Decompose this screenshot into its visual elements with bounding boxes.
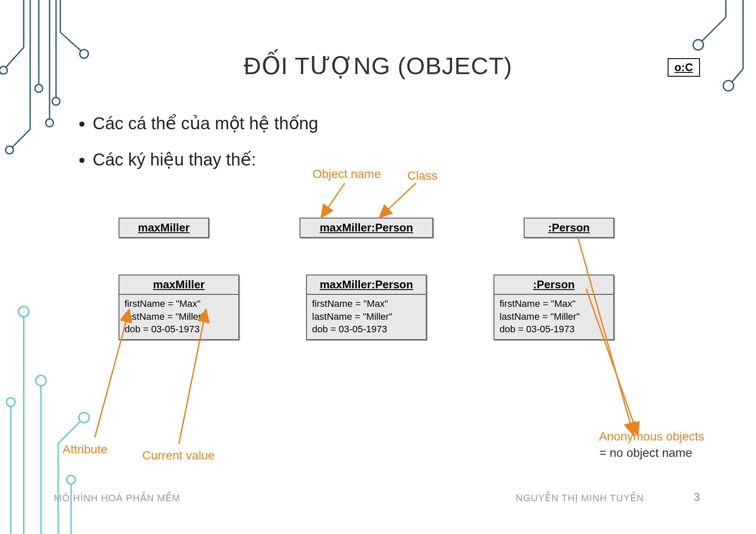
bullet-list: Các cá thể của một hệ thống Các ký hiệu …: [80, 112, 318, 184]
label-current-value: Current value: [142, 449, 215, 462]
bullet-item: Các ký hiệu thay thế:: [93, 148, 318, 171]
svg-point-27: [79, 412, 89, 423]
label-object-name: Object name: [312, 167, 381, 181]
svg-point-12: [52, 97, 60, 105]
slide-title: ĐỐI TƯỢNG (OBJECT): [0, 52, 756, 80]
svg-point-22: [19, 306, 29, 317]
svg-line-33: [379, 183, 416, 218]
footer-left: MÔ HÌNH HOÁ PHẦN MỀM: [54, 493, 180, 504]
uml-object-box: maxMiller firstName = "Max" lastName = "…: [119, 275, 239, 340]
uml-object-name: :Person: [494, 275, 613, 294]
svg-point-24: [36, 375, 46, 386]
uml-object-name: maxMiller:Person: [307, 275, 426, 294]
svg-line-16: [700, 17, 726, 43]
svg-line-3: [60, 32, 82, 52]
svg-line-9: [11, 129, 30, 149]
bullet-item: Các cá thể của một hệ thống: [93, 112, 318, 134]
uml-attr: lastName = "Miller": [312, 310, 421, 323]
uml-object-name: :Person: [525, 219, 613, 237]
svg-line-32: [321, 183, 345, 218]
diagram-row-1: maxMiller maxMiller:Person :Person: [119, 218, 614, 238]
svg-line-26: [58, 420, 82, 443]
svg-point-17: [693, 40, 703, 50]
uml-attr: firstName = "Max": [312, 297, 421, 310]
svg-point-31: [6, 398, 15, 406]
uml-attr: firstName = "Max": [500, 297, 608, 310]
diagram-row-2: maxMiller firstName = "Max" lastName = "…: [119, 275, 614, 340]
notation-box: o:C: [668, 58, 700, 77]
uml-object-name: maxMiller: [119, 219, 208, 237]
svg-point-20: [723, 81, 734, 91]
uml-attr: lastName = "Miller": [125, 310, 233, 323]
uml-attr: lastName = "Miller": [500, 310, 608, 323]
page-number: 3: [694, 490, 700, 504]
label-anonymous-note: = no object name: [599, 446, 692, 460]
uml-attr: dob = 03-05-1973: [312, 323, 421, 336]
svg-point-13: [35, 84, 43, 92]
svg-point-14: [46, 119, 53, 127]
uml-diagram: maxMiller maxMiller:Person :Person maxMi…: [119, 218, 614, 340]
uml-object-box: :Person firstName = "Max" lastName = "Mi…: [494, 275, 614, 340]
footer-author: NGUYỄN THỊ MINH TUYỀN: [516, 493, 644, 504]
svg-point-29: [67, 475, 75, 484]
svg-point-10: [6, 146, 13, 154]
uml-object-name: maxMiller: [119, 275, 238, 294]
uml-attr: dob = 03-05-1973: [125, 323, 233, 336]
uml-attr: firstName = "Max": [125, 297, 233, 310]
uml-object-box: :Person: [524, 218, 614, 238]
uml-object-attrs: firstName = "Max" lastName = "Miller" do…: [494, 294, 613, 339]
label-anonymous-objects: Anonymous objects: [599, 430, 704, 443]
uml-object-attrs: firstName = "Max" lastName = "Miller" do…: [119, 294, 238, 339]
uml-object-attrs: firstName = "Max" lastName = "Miller" do…: [307, 294, 426, 339]
label-attribute: Attribute: [62, 443, 107, 456]
uml-object-box: maxMiller:Person: [300, 218, 433, 238]
uml-attr: dob = 03-05-1973: [500, 323, 608, 336]
uml-object-name: maxMiller:Person: [300, 219, 432, 237]
label-class: Class: [407, 169, 437, 183]
uml-object-box: maxMiller: [119, 218, 209, 238]
uml-object-box: maxMiller:Person firstName = "Max" lastN…: [306, 275, 427, 340]
